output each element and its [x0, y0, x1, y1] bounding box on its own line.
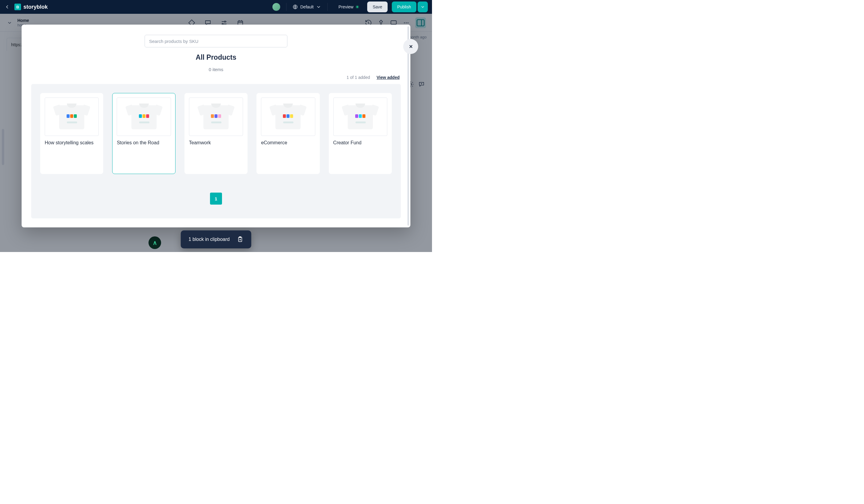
- status-dot-icon: [357, 6, 358, 8]
- page-1-button[interactable]: 1: [210, 193, 222, 205]
- product-name: Teamwork: [189, 140, 243, 145]
- divider: [286, 3, 287, 11]
- publish-dropdown-button[interactable]: [418, 1, 428, 12]
- tshirt-icon: [198, 102, 234, 132]
- pagination: 1: [40, 193, 392, 205]
- mountain-icon: ∧: [153, 239, 157, 246]
- chevron-down-icon: [316, 4, 321, 10]
- divider: [327, 3, 328, 11]
- back-arrow-button[interactable]: [4, 4, 10, 10]
- brand-mark: B: [14, 3, 21, 10]
- language-switcher[interactable]: Default: [292, 4, 321, 10]
- product-card[interactable]: How storytelling scales: [40, 93, 103, 174]
- search-input[interactable]: [145, 35, 287, 47]
- modal-scrollbar[interactable]: [407, 26, 409, 226]
- close-button[interactable]: ✕: [403, 39, 418, 54]
- modal-title: All Products: [195, 53, 236, 61]
- publish-button[interactable]: Publish: [392, 1, 416, 12]
- product-image: [117, 97, 171, 136]
- product-area: How storytelling scales Stories on the R…: [31, 84, 401, 218]
- product-image: [261, 97, 315, 136]
- save-button[interactable]: Save: [367, 1, 387, 12]
- globe-icon: [292, 4, 298, 10]
- product-picker-modal: All Products 0 items 1 of 1 added View a…: [22, 25, 410, 227]
- tshirt-icon: [270, 102, 306, 132]
- product-grid: How storytelling scales Stories on the R…: [40, 93, 392, 174]
- avatar[interactable]: [272, 3, 280, 11]
- tshirt-icon: [54, 102, 90, 132]
- brand-name: storyblok: [23, 4, 48, 10]
- product-image: [45, 97, 99, 136]
- app-header: B storyblok Default Preview Save Publish: [0, 0, 432, 14]
- product-card[interactable]: Teamwork: [184, 93, 248, 174]
- preview-label: Preview: [338, 4, 353, 9]
- tshirt-icon: [342, 102, 378, 132]
- product-name: Creator Fund: [333, 140, 387, 145]
- tshirt-icon: [126, 102, 162, 132]
- brand-logo[interactable]: B storyblok: [14, 3, 48, 10]
- product-card[interactable]: Creator Fund: [329, 93, 392, 174]
- clipboard-toast[interactable]: 1 block in clipboard: [181, 230, 251, 248]
- product-name: How storytelling scales: [45, 140, 99, 145]
- product-image: [189, 97, 243, 136]
- toast-text: 1 block in clipboard: [189, 237, 230, 242]
- product-name: eCommerce: [261, 140, 315, 145]
- preview-button[interactable]: Preview: [334, 4, 363, 9]
- items-count: 0 items: [209, 67, 223, 72]
- language-label: Default: [300, 4, 313, 9]
- chevron-down-icon: [420, 4, 425, 9]
- product-name: Stories on the Road: [117, 140, 171, 145]
- clipboard-icon: [237, 236, 243, 243]
- view-added-link[interactable]: View added: [376, 75, 400, 80]
- framework-badge: ∧: [148, 237, 161, 249]
- product-card[interactable]: eCommerce: [256, 93, 320, 174]
- added-count: 1 of 1 added: [347, 75, 370, 80]
- product-card[interactable]: Stories on the Road: [112, 93, 175, 174]
- product-image: [333, 97, 387, 136]
